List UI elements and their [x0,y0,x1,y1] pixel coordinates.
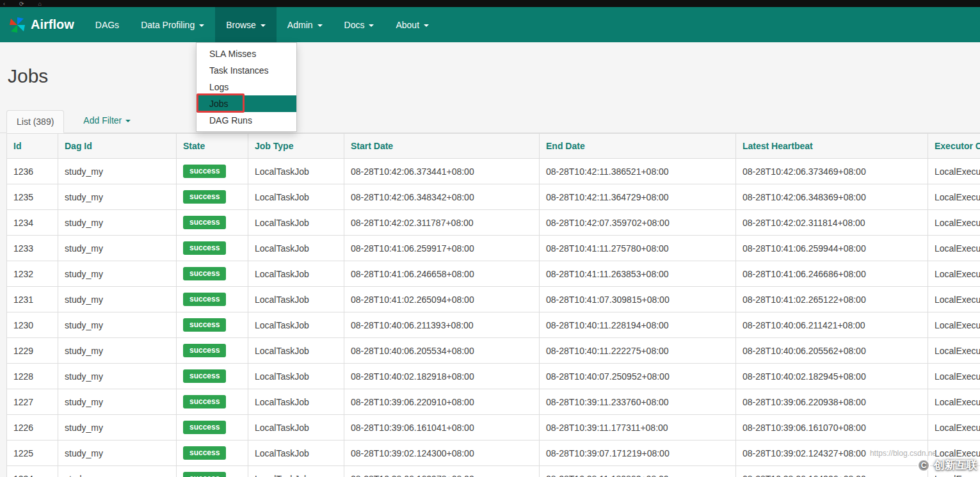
page-title: Jobs [8,65,980,86]
cell-executor-class: LocalExecutor [928,364,980,389]
table-row: 1229 study_my success LocalTaskJob 08-28… [7,338,980,364]
nav-label: About [396,20,419,30]
nav-item-dags[interactable]: DAGs [84,7,130,42]
status-badge: success [183,267,226,280]
cell-dag-id: study_my [58,415,177,441]
cell-job-type: LocalTaskJob [248,287,344,312]
table-row: 1228 study_my success LocalTaskJob 08-28… [7,364,980,389]
chevron-down-icon [199,24,204,27]
back-icon[interactable]: ‹ [3,1,5,7]
nav-label: Admin [287,20,313,30]
refresh-icon[interactable]: ⟳ [19,1,24,7]
cell-latest-heartbeat: 08-28T10:40:06.205562+08:00 [736,338,928,364]
cell-dag-id: study_my [58,261,177,287]
cell-latest-heartbeat: 08-28T10:39:02.124327+08:00 [736,441,928,466]
cell-id: 1236 [7,159,58,184]
column-header-latest-heartbeat[interactable]: Latest Heartbeat [736,134,928,159]
cell-start-date: 08-28T10:39:02.124300+08:00 [344,441,540,466]
status-badge: success [183,190,226,204]
nav-label: DAGs [95,20,119,30]
cell-state: success [177,236,248,261]
status-badge: success [183,395,226,408]
table-row: 1234 study_my success LocalTaskJob 08-28… [7,210,980,236]
menu-item-sla-misses[interactable]: SLA Misses [197,45,296,62]
cell-job-type: LocalTaskJob [248,184,344,210]
watermark-brand-label: 创新互联 [934,458,977,473]
cell-dag-id: study_my [58,338,177,364]
table-row: 1232 study_my success LocalTaskJob 08-28… [7,261,980,287]
menu-item-dag-runs[interactable]: DAG Runs [197,112,296,129]
cell-end-date: 08-28T10:42:11.386521+08:00 [540,159,736,184]
status-badge: success [183,318,226,332]
cell-dag-id: study_my [58,466,177,477]
cell-end-date: 08-28T10:38:11.180862+08:00 [540,466,736,477]
nav-item-data-profiling[interactable]: Data Profiling [130,7,215,42]
column-header-end-date[interactable]: End Date [540,134,736,159]
status-badge: success [183,421,226,434]
table-row: 1235 study_my success LocalTaskJob 08-28… [7,184,980,210]
cell-dag-id: study_my [58,159,177,184]
status-badge: success [183,369,226,383]
chevron-down-icon [261,24,266,27]
column-header-dag-id[interactable]: Dag Id [58,134,177,159]
cell-end-date: 08-28T10:40:11.222275+08:00 [540,338,736,364]
cell-job-type: LocalTaskJob [248,441,344,466]
cell-state: success [177,184,248,210]
cell-latest-heartbeat: 08-28T10:40:02.182945+08:00 [736,364,928,389]
cell-id: 1234 [7,210,58,236]
cell-start-date: 08-28T10:38:06.163978+08:00 [344,466,540,477]
cell-state: success [177,261,248,287]
menu-item-task-instances[interactable]: Task Instances [197,62,296,79]
cell-job-type: LocalTaskJob [248,466,344,477]
chevron-down-icon [369,24,374,27]
cell-start-date: 08-28T10:41:02.265094+08:00 [344,287,540,312]
nav-label: Browse [226,20,256,30]
cell-end-date: 08-28T10:42:11.364729+08:00 [540,184,736,210]
table-row: 1224 study_my success LocalTaskJob 08-28… [7,466,980,477]
cell-latest-heartbeat: 08-28T10:42:02.311814+08:00 [736,210,928,236]
airflow-brand[interactable]: Airflow [0,7,84,42]
cell-id: 1225 [7,441,58,466]
column-header-start-date[interactable]: Start Date [344,134,540,159]
browser-chrome-strip: ‹ ⟳ ⌂ [0,0,980,7]
column-header-job-type[interactable]: Job Type [248,134,344,159]
cell-dag-id: study_my [58,364,177,389]
cell-job-type: LocalTaskJob [248,389,344,415]
menu-item-logs[interactable]: Logs [197,79,296,95]
cell-dag-id: study_my [58,287,177,312]
cell-id: 1232 [7,261,58,287]
cell-executor-class: LocalExecutor [928,184,980,210]
table-row: 1227 study_my success LocalTaskJob 08-28… [7,389,980,415]
menu-item-jobs[interactable]: Jobs [197,95,296,112]
nav-item-about[interactable]: About [385,7,440,42]
jobs-table-body: 1236 study_my success LocalTaskJob 08-28… [7,159,980,477]
status-badge: success [183,241,226,255]
add-filter-button[interactable]: Add Filter [83,115,131,133]
cell-latest-heartbeat: 08-28T10:39:06.161070+08:00 [736,415,928,441]
cell-start-date: 08-28T10:42:06.348342+08:00 [344,184,540,210]
column-header-executor-class[interactable]: Executor Class [928,134,980,159]
cell-id: 1231 [7,287,58,312]
column-header-state[interactable]: State [177,134,248,159]
nav-item-admin[interactable]: Admin [277,7,333,42]
cell-state: success [177,364,248,389]
column-header-id[interactable]: Id [7,134,58,159]
nav-item-browse[interactable]: Browse [215,7,277,42]
cell-end-date: 08-28T10:41:07.309815+08:00 [540,287,736,312]
cell-id: 1233 [7,236,58,261]
tab-list[interactable]: List (389) [6,110,64,133]
status-badge: success [183,216,226,229]
cell-state: success [177,287,248,312]
nav-item-docs[interactable]: Docs [333,7,385,42]
status-badge: success [183,293,226,306]
chevron-down-icon [125,120,131,122]
brand-label: Airflow [31,17,74,32]
cell-executor-class: LocalExecutor [928,415,980,441]
status-badge: success [183,344,226,357]
cell-job-type: LocalTaskJob [248,261,344,287]
home-icon[interactable]: ⌂ [38,1,42,7]
status-badge: success [183,446,226,460]
chevron-down-icon [424,24,429,27]
cell-executor-class: LocalExecutor [928,210,980,236]
jobs-table: Id Dag Id State Job Type Start Date End … [6,133,980,477]
